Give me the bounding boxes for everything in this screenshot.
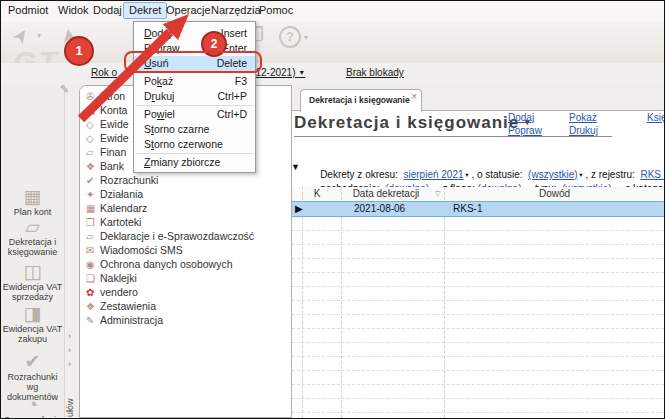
menu-item-pokaz[interactable]: PokażF3 [134,74,255,89]
tree-label: Zestawienia [100,300,156,312]
table-header: K Data dekretacji ▽ Dowód [292,187,664,202]
chevron-right-icon[interactable]: › [68,331,71,341]
tree-item-finanse[interactable]: ▱Finan [86,145,126,159]
menu-podmiot[interactable]: Podmiot [3,2,53,19]
label: D [144,90,152,102]
menu-item-popraw[interactable]: PoprawEnter [134,41,255,56]
menu-bar: Podmiot Widok Dodaj Dekret Operacje Narz… [1,1,664,22]
sidebar-item-vat-sprzedazy[interactable]: ◫ Ewidencja VAT sprzedaży [1,261,64,302]
tree-item-zestawienia[interactable]: ❖Zestawienia [86,299,156,313]
shortcut: Insert [221,26,247,41]
menu-separator [136,153,253,154]
tree-item-administracja[interactable]: ✎Administracja [86,313,163,327]
help-icon[interactable]: ? [279,26,301,48]
label: aż [162,75,173,87]
sprawozdania-icon: ◔ [1,394,64,415]
shortcut: Ctrl+P [218,89,247,104]
brak-blokady-link[interactable]: Brak blokady [346,67,404,78]
chevron-right-icon[interactable]: › [68,359,71,369]
label: iel [164,108,175,120]
tree-item-rozrachunki[interactable]: ✔Rozrachunki [86,173,158,187]
page-title[interactable]: Dekretacja i księgowanie ▾ [294,113,612,137]
sidebar-item-sprawozdania[interactable]: ◔ Sprawozdania [1,394,64,419]
menu-item-dodaj[interactable]: DodajInsert [134,26,255,41]
sidebar-label: Ewidencja VAT [1,282,64,292]
label: suń [152,57,169,69]
label: P [144,42,151,54]
empty-grid-rows [292,217,664,418]
tree-icon: ✿ [86,286,100,300]
vat-sprzedazy-icon: ◫ [1,261,64,282]
column-header-k[interactable]: K [302,188,332,199]
tree-item-wiadomosci-sms[interactable]: ✉Wiadomości SMS [86,243,183,257]
close-tab-icon[interactable]: × [411,91,417,102]
column-header-dowod[interactable]: Dowód [447,188,662,199]
cell-dowod: RKS-1 [453,203,482,214]
sidebar-item-vat-zakupu[interactable]: ◨ Ewidencja VAT zakupu [1,303,64,344]
tree-item-ewidencja-2[interactable]: ◇Ewide [86,131,129,145]
tree-item-bank[interactable]: ❖Bank [86,159,124,173]
tree-label: Bank [100,160,124,172]
table-row-selected[interactable]: ▶ 2021-08-06 RKS-1 [292,201,664,217]
tree-item-deklaracje[interactable]: ▱Deklaracje i e-Sprawozdawczość [86,229,254,243]
tree-item-konta[interactable]: ▤Konta [86,103,127,117]
rok-caret-icon: ▼ [298,69,305,76]
menu-dodaj[interactable]: Dodaj [88,2,127,19]
filter-collapse-icon[interactable]: ▼ [291,162,300,172]
pokaz-link[interactable]: Pokaż [569,112,597,123]
rok-obrotowy-link[interactable]: Rok o [91,67,117,78]
tree-label: Deklaracje i e-Sprawozdawczość [100,230,254,242]
menu-item-powiel[interactable]: PowielCtrl+D [134,107,255,122]
drukuj-link[interactable]: Drukuj [569,125,598,136]
tree-label: Wiadomości SMS [100,244,183,256]
modules-vertical-tab[interactable]: ułów [65,398,75,417]
menu-separator [136,105,253,106]
shortcut: Delete [217,56,247,71]
plan-kont-icon: ▦ [1,186,64,207]
back-tool-icon[interactable]: ➤ [55,26,83,46]
menu-item-storno-czarne[interactable]: Storno czarne [134,122,255,137]
tree-icon: ✔ [86,174,100,188]
label: ukuj [155,90,174,102]
label: orno czarne [154,123,209,135]
menu-item-storno-czerwone[interactable]: Storno czerwone [134,137,255,152]
sidebar-label: Ewidencja VAT [1,324,64,334]
tree-label: Administracja [100,314,163,326]
menu-pomoc[interactable]: Pomoc [254,2,298,19]
page-title-text: Dekretacja i księgowanie [294,113,519,132]
label: S [144,138,151,150]
tree-item-strona[interactable]: ✇Stron [86,89,125,103]
help-caret-icon[interactable]: ▾ [304,33,308,42]
dodaj-link[interactable]: Dodaj [508,112,534,123]
tree-item-vendero[interactable]: ✿vendero [86,285,138,299]
tree-label: Naklejki [100,272,137,284]
panel-pin-icon[interactable]: ✎ [60,83,69,96]
popraw-link[interactable]: Popraw [508,125,542,136]
vat-zakupu-icon: ◨ [1,303,64,324]
column-divider [302,187,303,418]
tree-icon: ◇ [86,118,100,132]
tab-dekretacja-i-ksiegowanie[interactable]: Dekretacja i księgowanie × [300,89,422,112]
column-header-data-dekretacji[interactable]: Data dekretacji [341,188,431,199]
label: Po [144,108,157,120]
tree-icon: ◇ [86,132,100,146]
tree-icon: ◉ [86,258,100,272]
tree-icon: ✦ [86,188,100,202]
menu-item-drukuj[interactable]: DrukujCtrl+P [134,89,255,104]
rozrachunki-icon: ✔ [1,351,64,372]
tree-item-naklejki[interactable]: ❏Naklejki [86,271,137,285]
menu-item-zmiany-zbiorcze[interactable]: Zmiany zbiorcze [134,155,255,170]
row-marker-icon: ▶ [295,203,303,214]
menu-item-usun[interactable]: UsuńDelete [134,56,255,71]
ksieguj-link[interactable]: Księguj [647,112,665,123]
tree-item-ewidencja-1[interactable]: ◇Ewide [86,117,129,131]
tree-item-dzialania[interactable]: ✦Działania [86,187,143,201]
tree-item-kalendarz[interactable]: ▦Kalendarz [86,201,147,215]
sidebar-item-plan-kont[interactable]: ▦ Plan kont [1,186,64,217]
sidebar-item-dekretacja[interactable]: ▱ Dekretacja i księgowanie [1,216,64,257]
chevron-right-icon[interactable]: › [68,345,71,355]
sort-icon: ▽ [433,190,443,198]
tree-item-kartoteki[interactable]: ❒Kartoteki [86,215,141,229]
select-tool-caret-icon[interactable]: ▾ [37,31,41,40]
tree-item-ochrona-danych[interactable]: ◉Ochrona danych osobowych [86,257,233,271]
